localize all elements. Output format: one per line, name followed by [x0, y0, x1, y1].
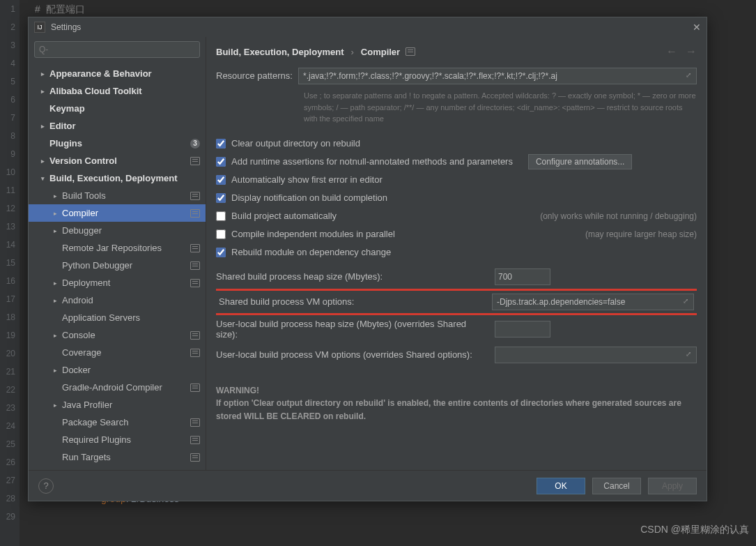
tree-item-label: Run Targets	[62, 452, 111, 462]
editor-gutter: 1234567891011121314151617181920212223242…	[0, 0, 20, 546]
tree-item-label: Version Control	[49, 156, 117, 166]
apply-button[interactable]: Apply	[648, 478, 697, 494]
heap-size-field[interactable]: 700	[495, 268, 550, 285]
help-icon[interactable]: ?	[38, 478, 54, 494]
project-scope-icon	[190, 192, 200, 200]
close-icon[interactable]: ✕	[693, 22, 701, 33]
tree-item[interactable]: Version Control	[29, 152, 206, 169]
compile-parallel-checkbox[interactable]	[216, 229, 226, 239]
tree-item-label: Plugins	[49, 138, 82, 149]
dialog-footer: ? OK Cancel Apply	[29, 470, 707, 501]
tree-item-label: Console	[62, 330, 95, 340]
nav-fwd-icon[interactable]: →	[686, 45, 697, 58]
chevron-icon	[51, 402, 59, 409]
heap-size-label: Shared build process heap size (Mbytes):	[216, 271, 488, 282]
tree-item-label: Android	[62, 295, 93, 305]
expand-icon[interactable]: ⤢	[684, 71, 693, 81]
project-scope-icon	[190, 261, 200, 270]
tree-item[interactable]: Docker	[29, 361, 206, 379]
settings-sidebar: Appearance & BehaviorAlibaba Cloud Toolk…	[29, 37, 206, 470]
resource-patterns-label: Resource patterns:	[216, 68, 298, 81]
tree-item[interactable]: Debugger	[29, 222, 206, 239]
tree-item-label: Docker	[62, 365, 91, 375]
build-notification-checkbox[interactable]	[216, 193, 226, 203]
settings-tree[interactable]: Appearance & BehaviorAlibaba Cloud Toolk…	[29, 62, 206, 470]
tree-item-label: Alibaba Cloud Toolkit	[49, 86, 142, 96]
tree-item[interactable]: Remote Jar Repositories	[29, 239, 206, 257]
project-scope-icon	[190, 384, 200, 392]
tree-item[interactable]: Run Targets	[29, 448, 206, 466]
user-vm-field[interactable]: ⤢	[495, 347, 697, 363]
tree-item-label: Build Tools	[62, 190, 106, 201]
tree-item[interactable]: Alibaba Cloud Toolkit	[29, 82, 206, 100]
tree-item[interactable]: Editor	[29, 117, 206, 135]
project-scope-icon	[190, 331, 200, 340]
rebuild-dep-checkbox[interactable]	[216, 248, 226, 257]
chevron-icon	[38, 158, 47, 165]
tree-item[interactable]: Application Servers	[29, 309, 206, 326]
resource-hint: Use ; to separate patterns and ! to nega…	[304, 90, 697, 125]
project-scope-icon	[190, 209, 200, 218]
resource-patterns-field[interactable]: *.java;!?*.form;!?*.class;!?*.groovy;!?*…	[298, 68, 697, 84]
project-scope-icon	[190, 418, 200, 427]
watermark: CSDN @稀里糊涂的认真	[640, 524, 749, 536]
cancel-button[interactable]: Cancel	[592, 478, 641, 494]
tree-item-label: Build, Execution, Deployment	[49, 173, 177, 183]
code-area: # 配置端口	[35, 0, 85, 18]
tree-item[interactable]: Android	[29, 291, 206, 309]
tree-item[interactable]: Console	[29, 326, 206, 344]
project-scope-icon	[190, 157, 200, 165]
tree-item-label: Editor	[49, 121, 76, 131]
clear-output-checkbox[interactable]	[216, 139, 226, 149]
chevron-icon	[51, 367, 59, 374]
tree-item[interactable]: Appearance & Behavior	[29, 65, 206, 82]
runtime-assertions-checkbox[interactable]	[216, 157, 226, 167]
tree-item-label: Python Debugger	[62, 260, 132, 271]
expand-icon[interactable]: ⤢	[684, 350, 693, 360]
tree-item[interactable]: Python Debugger	[29, 257, 206, 274]
configure-annotations-button[interactable]: Configure annotations...	[528, 154, 632, 169]
tree-item[interactable]: Coverage	[29, 344, 206, 361]
tree-item-label: Remote Jar Repositories	[62, 243, 162, 253]
tree-item[interactable]: Package Search	[29, 414, 206, 431]
tree-item-label: Application Servers	[62, 312, 140, 323]
tree-item[interactable]: Required Plugins	[29, 431, 206, 448]
chevron-icon	[38, 88, 47, 95]
build-auto-checkbox[interactable]	[216, 211, 226, 221]
expand-icon[interactable]: ⤢	[681, 297, 691, 307]
user-vm-label: User-local build process VM options (ove…	[216, 349, 488, 360]
breadcrumb: Build, Execution, Deployment›Compiler ← …	[216, 45, 697, 58]
tree-item[interactable]: Build, Execution, Deployment	[29, 169, 206, 187]
nav-back-icon[interactable]: ←	[666, 45, 677, 58]
tree-item-label: Appearance & Behavior	[49, 68, 152, 79]
user-heap-field[interactable]	[495, 321, 550, 338]
search-box[interactable]	[34, 41, 200, 58]
tree-item-label: Deployment	[62, 278, 110, 288]
tree-item[interactable]: Gradle-Android Compiler	[29, 379, 206, 396]
dialog-titlebar: IJ Settings ✕	[29, 17, 707, 37]
tree-item[interactable]: Build Tools	[29, 187, 206, 204]
search-input[interactable]	[39, 45, 195, 54]
tree-item-label: Compiler	[62, 208, 98, 218]
chevron-icon	[38, 70, 47, 77]
auto-show-error-checkbox[interactable]	[216, 175, 226, 185]
tree-item[interactable]: Deployment	[29, 274, 206, 291]
ok-button[interactable]: OK	[537, 478, 585, 494]
tree-item[interactable]: Java Profiler	[29, 396, 206, 414]
dialog-title: Settings	[51, 22, 81, 32]
tree-item[interactable]: Plugins3	[29, 135, 206, 152]
badge: 3	[190, 139, 200, 149]
tree-item[interactable]: Keymap	[29, 100, 206, 117]
project-scope-icon	[406, 47, 415, 56]
vm-options-row: Shared build process VM options: -Djps.t…	[216, 292, 697, 312]
tree-item[interactable]: Compiler	[29, 204, 206, 222]
chevron-icon	[51, 227, 59, 234]
project-scope-icon	[190, 244, 200, 252]
vm-options-field[interactable]: -Djps.track.ap.dependencies=false ⤢	[492, 294, 694, 310]
project-scope-icon	[190, 436, 200, 444]
project-scope-icon	[190, 349, 200, 357]
warning-text: WARNING! If option 'Clear output directo…	[216, 384, 697, 423]
vm-options-label: Shared build process VM options:	[219, 296, 485, 307]
tree-item-label: Package Search	[62, 417, 128, 427]
tree-item-label: Coverage	[62, 347, 101, 358]
